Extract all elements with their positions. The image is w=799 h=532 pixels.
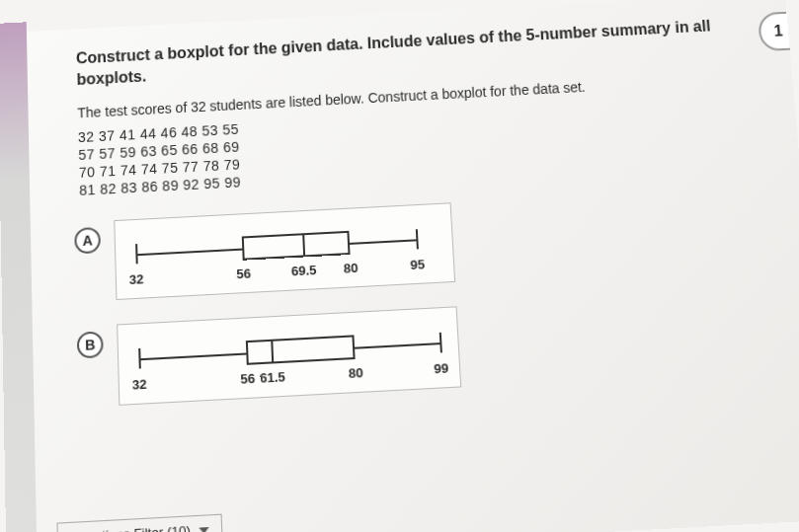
tick-max [439, 333, 442, 353]
choice-letter: B [77, 331, 104, 358]
value-label-max: 99 [434, 360, 449, 376]
boxplot-b: 325661.58099 [117, 306, 461, 406]
value-label-median: 69.5 [291, 263, 317, 279]
value-label-q1: 56 [236, 266, 251, 281]
box-iqr [246, 335, 355, 364]
choice-a[interactable]: A 325669.58095 [80, 187, 768, 302]
choice-b[interactable]: B 325661.58099 [83, 289, 778, 407]
value-label-max: 95 [410, 257, 425, 272]
question-number-badge: 1 [758, 11, 799, 51]
value-label-q3: 80 [348, 365, 362, 381]
whisker-right [355, 342, 439, 349]
value-label-q3: 80 [343, 260, 358, 275]
filter-label: Questions Filter (10) [70, 523, 191, 532]
value-label-min: 32 [132, 376, 147, 392]
choice-letter: A [74, 227, 101, 255]
value-label-q1: 56 [240, 370, 255, 386]
whisker-right [350, 239, 417, 245]
questions-filter-button[interactable]: Questions Filter (10) [56, 514, 222, 532]
whisker-left [138, 352, 246, 360]
whisker-left [135, 248, 242, 256]
value-label-median: 61.5 [260, 369, 285, 386]
question-number: 1 [773, 23, 783, 40]
boxplot-a: 325669.58095 [114, 202, 455, 300]
value-label-min: 32 [129, 271, 144, 287]
boxplot-axis: 325661.58099 [128, 320, 450, 398]
chevron-down-icon [199, 527, 209, 532]
tick-min [135, 244, 138, 264]
box-iqr [242, 231, 350, 261]
question-page: 1 Construct a boxplot for the given data… [27, 0, 799, 532]
tick-max [416, 229, 419, 249]
boxplot-axis: 325669.58095 [125, 216, 444, 292]
tick-min [138, 348, 141, 369]
